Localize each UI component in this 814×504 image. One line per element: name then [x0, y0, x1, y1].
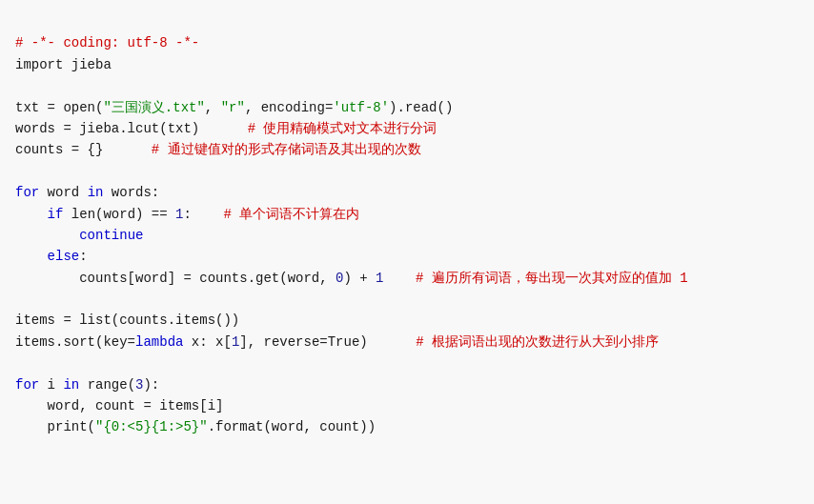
- code-token: [15, 228, 79, 243]
- code-token: # 单个词语不计算在内: [223, 207, 359, 222]
- code-token: word: [39, 185, 87, 200]
- code-token: range(: [79, 377, 135, 393]
- code-line: items = list(counts.items()): [15, 310, 799, 331]
- code-token: print(: [15, 419, 95, 434]
- code-token: [383, 271, 416, 286]
- code-token: ) +: [343, 271, 376, 286]
- code-token: :: [79, 249, 87, 264]
- code-token: .format(word, count)): [208, 419, 376, 434]
- code-token: counts[word] = counts.get(word,: [15, 271, 336, 286]
- code-token: ):: [143, 377, 159, 393]
- code-line: [15, 75, 799, 96]
- code-token: "{0:<5}{1:>5}": [95, 419, 208, 434]
- code-token: in: [63, 377, 79, 393]
- code-line: import jieba: [15, 54, 799, 75]
- code-token: 'utf-8': [333, 100, 389, 115]
- code-line: else:: [15, 246, 799, 267]
- code-token: items.sort(key=: [15, 334, 135, 350]
- code-token: i: [39, 377, 63, 393]
- code-token: for: [15, 185, 39, 200]
- code-token: # 遍历所有词语，每出现一次其对应的值加 1: [416, 271, 688, 286]
- code-token: "三国演义.txt": [103, 100, 204, 115]
- code-token: words = jieba.lcut(txt): [15, 121, 248, 136]
- code-line: counts = {} # 通过键值对的形式存储词语及其出现的次数: [15, 139, 799, 160]
- code-editor: # -*- coding: utf-8 -*-import jieba txt …: [15, 11, 799, 438]
- code-token: else: [48, 249, 80, 264]
- code-token: if: [48, 207, 64, 222]
- code-line: counts[word] = counts.get(word, 0) + 1 #…: [15, 268, 799, 289]
- code-line: [15, 353, 799, 373]
- code-token: [15, 207, 48, 222]
- code-token: , encoding=: [245, 100, 333, 115]
- code-token: "r": [221, 100, 245, 115]
- code-token: # 使用精确模式对文本进行分词: [248, 121, 438, 136]
- code-token: import jieba: [15, 57, 112, 72]
- code-token: continue: [79, 228, 143, 243]
- code-token: ).read(): [389, 100, 453, 115]
- code-token: x: x[: [183, 334, 231, 350]
- code-token: # 通过键值对的形式存储词语及其出现的次数: [152, 142, 421, 157]
- code-token: txt = open(: [15, 100, 103, 115]
- code-token: lambda: [135, 334, 183, 350]
- code-line: continue: [15, 225, 799, 246]
- code-line: print("{0:<5}{1:>5}".format(word, count)…: [15, 416, 799, 437]
- code-token: counts = {}: [15, 142, 152, 157]
- code-line: for i in range(3):: [15, 374, 799, 395]
- code-line: if len(word) == 1: # 单个词语不计算在内: [15, 204, 799, 225]
- code-line: for word in words:: [15, 182, 799, 203]
- code-token: # 根据词语出现的次数进行从大到小排序: [416, 334, 659, 350]
- code-line: # -*- coding: utf-8 -*-: [15, 32, 799, 53]
- code-line: [15, 161, 799, 182]
- code-token: ], reverse=True): [239, 334, 416, 350]
- code-line: items.sort(key=lambda x: x[1], reverse=T…: [15, 332, 799, 353]
- code-token: words:: [103, 185, 159, 200]
- code-token: word, count = items[i]: [15, 398, 223, 413]
- code-token: # -*- coding: utf-8 -*-: [15, 35, 199, 50]
- code-line: [15, 289, 799, 310]
- code-line: words = jieba.lcut(txt) # 使用精确模式对文本进行分词: [15, 118, 799, 139]
- code-token: ,: [205, 100, 221, 115]
- code-line: word, count = items[i]: [15, 395, 799, 416]
- code-token: len(word) ==: [63, 207, 175, 222]
- code-token: :: [183, 207, 223, 222]
- code-token: in: [88, 185, 104, 200]
- code-line: txt = open("三国演义.txt", "r", encoding='ut…: [15, 97, 799, 118]
- code-token: items = list(counts.items()): [15, 312, 239, 328]
- code-token: [15, 249, 48, 264]
- code-token: for: [15, 377, 39, 393]
